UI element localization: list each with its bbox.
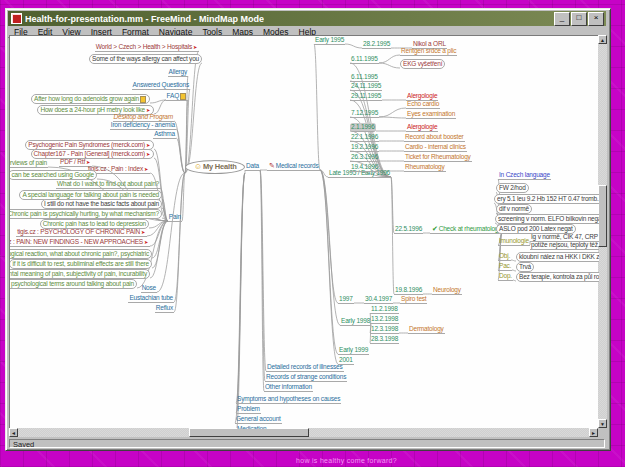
mindmap-node-spiro[interactable]: Spiro test — [400, 295, 427, 304]
mindmap-node-sympt[interactable]: Symptoms and hypotheses on causes — [236, 395, 341, 404]
mindmap-canvas[interactable]: ☺My HealthData✎Medical recordsEarly 1995… — [9, 35, 600, 430]
mindmap-node-parent[interactable]: parental meaning of pain, subjectivity o… — [9, 269, 150, 279]
mindmap-node-d960522[interactable]: 22.5.1996 — [394, 225, 423, 234]
mindmap-node-tig2[interactable]: tigis.cz : PAIN: NEW FINDINGS - NEW APPR… — [9, 238, 150, 247]
mindmap-node-check[interactable]: ✔Check at rheumatology — [430, 225, 502, 234]
mindmap-node-root[interactable]: ☺My Health — [185, 160, 245, 174]
mindmap-node-d980211[interactable]: 11.2.1998 — [370, 305, 399, 314]
mindmap-node-facts[interactable]: I still do not have the basic facts abou… — [41, 199, 162, 209]
node-label: 19.8.1996 — [395, 286, 422, 293]
mindmap-node-det3[interactable]: Other information — [264, 383, 313, 392]
mindmap-node-alerg2[interactable]: Alergologie — [406, 123, 438, 132]
scroll-left-icon[interactable]: ◄ — [9, 428, 18, 437]
mindmap-node-chr1[interactable]: Chronic pain is psychically hurting, by … — [9, 209, 162, 219]
mindmap-node-imv2[interactable]: potíže nejsou, teploty též ne — [530, 241, 600, 250]
mindmap-node-rentgen[interactable]: Rentgen srdce a plic — [400, 47, 457, 56]
mindmap-node-psyr[interactable]: psychological reaction, what about chron… — [9, 249, 152, 259]
mindmap-node-myterm[interactable]: My psychological terms around talking ab… — [9, 279, 137, 289]
mindmap-node-det1[interactable]: Detailed records of illnesses — [266, 363, 344, 372]
horizontal-scrollbar[interactable]: ◄ ► — [9, 428, 598, 437]
mindmap-node-czech[interactable]: In Czech language — [498, 171, 551, 180]
mindmap-node-asthma[interactable]: Asthma — [153, 130, 176, 139]
mindmap-node-faq[interactable]: FAQ — [166, 92, 188, 101]
reddot-icon: ➤ — [144, 166, 148, 172]
mindmap-node-d951129[interactable]: 29.11.1995 — [350, 92, 382, 101]
mindmap-node-pacv[interactable]: Trvá — [516, 262, 534, 272]
mindmap-node-imuno[interactable]: Imunologie — [498, 237, 530, 246]
mindmap-node-prob[interactable]: Problem — [236, 405, 261, 414]
mindmap-node-d951106a[interactable]: 6.11.1995 — [350, 55, 379, 64]
mindmap-node-eustach[interactable]: Eustachian tube — [128, 294, 174, 303]
scroll-down-icon[interactable]: ▼ — [598, 419, 607, 428]
mindmap-node-g1999[interactable]: Early 1999 — [338, 346, 369, 355]
mindmap-node-rheum[interactable]: Rheumatology — [404, 163, 446, 172]
mindmap-node-obj[interactable]: Obj. — [498, 252, 511, 261]
mindmap-node-neuro[interactable]: Neurology — [432, 286, 462, 295]
mindmap-node-tig1[interactable]: tigis.cz : PSYCHOLOGY OF CHRONIC PAIN➤ — [16, 228, 147, 237]
mindmap-node-d970430[interactable]: 30.4.1997 — [364, 295, 393, 304]
mindmap-node-eyes[interactable]: Eyes examination — [406, 110, 456, 119]
mindmap-node-d960419[interactable]: 19.4.1996 — [350, 163, 379, 172]
node-label: Symptoms and hypotheses on causes — [237, 395, 340, 402]
mindmap-node-pain[interactable]: Pain — [168, 213, 182, 222]
mindmap-node-g1997[interactable]: 1997 — [338, 295, 354, 304]
mindmap-node-ticket[interactable]: Ticket for Rheumatology — [404, 153, 472, 162]
mindmap-node-derma[interactable]: Dermatology — [408, 325, 445, 334]
mindmap-node-d980213[interactable]: 13.2.1998 — [370, 315, 399, 324]
mindmap-node-fw[interactable]: FW 2/hod — [496, 183, 529, 193]
mindmap-node-gacc[interactable]: General account — [235, 415, 282, 424]
vertical-scrollbar[interactable]: ▲ ▼ — [598, 35, 607, 428]
mindmap-node-answq[interactable]: Answered Questions — [132, 81, 190, 90]
node-label: 7.12.1995 — [351, 109, 378, 116]
mindmap-node-d960326[interactable]: 26.3.1996 — [350, 153, 379, 162]
mindmap-node-d951124[interactable]: 24.11.1995 — [350, 82, 382, 91]
mindmap-node-dop[interactable]: Dop. — [498, 272, 513, 281]
node-label: My Health — [203, 162, 237, 171]
mindmap-node-google[interactable]: can be searched using Google — [9, 170, 97, 180]
mindmap-node-d951207[interactable]: 7.12.1995 — [350, 109, 379, 118]
mindmap-node-ways[interactable]: Some of the ways allergy can affect you — [89, 54, 202, 64]
mindmap-node-objv[interactable]: kloubní nález na HKK i DKK zcela v normě — [516, 252, 600, 262]
mindmap-node-dif[interactable]: dif v normě — [496, 204, 532, 214]
mindmap-node-world[interactable]: World > Czech > Health > Hospitals➤ — [95, 43, 199, 52]
mindmap-node-d960219[interactable]: 19.2.1996 — [350, 143, 379, 152]
node-label: General account — [236, 415, 281, 422]
mindmap-node-d960122[interactable]: 22.1.1996 — [350, 133, 379, 142]
mindmap-node-d951106b[interactable]: 6.11.1995 — [350, 73, 379, 82]
mindmap-node-adeno[interactable]: After how long do adenoids grow again — [31, 94, 150, 104]
minimize-button[interactable]: _ — [554, 12, 570, 26]
mindmap-node-pac[interactable]: Pac. — [498, 262, 512, 271]
mindmap-node-d960102[interactable]: 2.1.1996 — [350, 123, 376, 132]
mindmap-node-ery[interactable]: ery 5.1 leu 9.2 Hb 152 HT 0.47 tromb. 17… — [494, 194, 600, 204]
mindmap-node-merck2[interactable]: Chapter167 - Pain [General] (merck.com)➤ — [31, 149, 154, 159]
mindmap-node-g1998[interactable]: Early 1998 — [340, 317, 371, 326]
mindmap-node-booster[interactable]: Record about booster — [404, 133, 465, 142]
mindmap-node-data[interactable]: Data — [245, 162, 260, 171]
mindmap-node-d980312[interactable]: 12.3.1998 — [370, 325, 399, 334]
vscroll-thumb[interactable] — [598, 185, 607, 247]
mindmap-node-nose[interactable]: Nose — [141, 284, 157, 293]
title-bar[interactable]: Health-for-presentation.mm - FreeMind - … — [8, 11, 606, 26]
mindmap-node-reflux[interactable]: Reflux — [155, 304, 174, 313]
mindmap-node-det2[interactable]: Records of strange conditions — [265, 373, 347, 382]
mindmap-node-iron[interactable]: Iron deficiency - anemia — [110, 121, 176, 130]
mindmap-node-screen[interactable]: screening v norm. ELFO bílkovin negat — [495, 214, 600, 224]
mindmap-node-d960819[interactable]: 19.8.1996 — [394, 286, 423, 295]
mindmap-node-whatp[interactable]: What do I want to find out about pain? — [56, 180, 160, 189]
mindmap-node-dopv[interactable]: Bez terapie, kontrola za půl roku s vyš. — [516, 272, 600, 282]
mindmap-node-ekg[interactable]: EKG vyšetření — [400, 59, 445, 69]
mindmap-node-echo[interactable]: Echo cardio — [406, 100, 440, 109]
mindmap-node-overv[interactable]: Overviews of pain — [9, 159, 48, 168]
scroll-right-icon[interactable]: ► — [589, 428, 598, 437]
mindmap-node-allerg[interactable]: Allergy — [168, 68, 188, 77]
close-button[interactable]: × — [588, 12, 604, 26]
mindmap-node-d980328[interactable]: 28.3.1998 — [370, 335, 399, 344]
mindmap-node-d950228[interactable]: 28.2.1995 — [362, 40, 391, 49]
mindmap-node-medrec[interactable]: ✎Medical records — [267, 162, 320, 171]
mindmap-node-cardio[interactable]: Cardio - internal clinics — [404, 143, 467, 152]
mindmap-node-subl[interactable]: if it is difficult to rest, subliminal e… — [9, 259, 152, 269]
hscroll-thumb[interactable] — [189, 428, 309, 437]
mindmap-node-g1995[interactable]: Early 1995 — [314, 36, 345, 45]
maximize-button[interactable]: □ — [571, 12, 587, 26]
scroll-up-icon[interactable]: ▲ — [598, 35, 607, 44]
